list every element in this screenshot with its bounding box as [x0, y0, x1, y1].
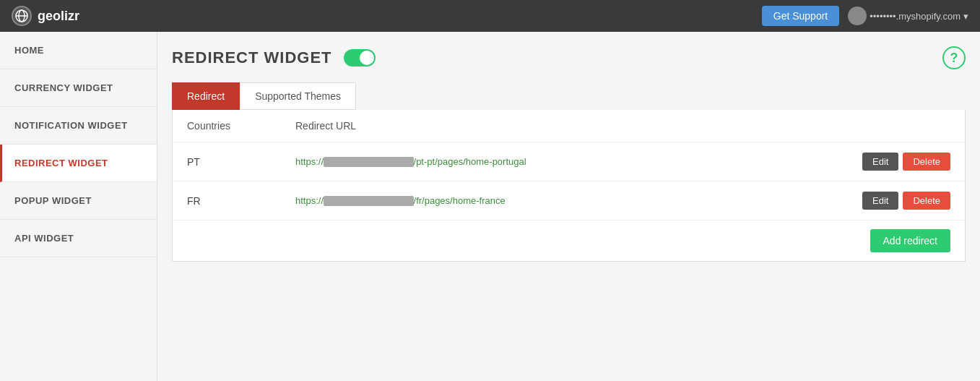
column-redirect-url: Redirect URL [295, 120, 950, 132]
page-title: REDIRECT WIDGET [172, 48, 332, 67]
sidebar-item-label: REDIRECT WIDGET [14, 158, 108, 168]
redirect-table-card: Countries Redirect URL PT https://••••••… [172, 110, 966, 262]
table-header-row: Countries Redirect URL [173, 110, 965, 142]
tabs: Redirect Supported Themes [172, 82, 966, 110]
chevron-down-icon: ▾ [963, 11, 968, 22]
get-support-button[interactable]: Get Support [762, 6, 840, 26]
sidebar-item-label: CURRENCY WIDGET [14, 82, 113, 93]
logo-text: geolizr [38, 9, 79, 24]
edit-button-fr[interactable]: Edit [862, 192, 898, 210]
page-title-row: REDIRECT WIDGET [172, 48, 376, 67]
logo-icon [12, 6, 32, 26]
table-row: PT https://••••••••••.myshopify.com/pt-p… [173, 142, 965, 181]
column-countries: Countries [187, 120, 295, 132]
add-redirect-button[interactable]: Add redirect [870, 229, 950, 252]
url-suffix-fr: /fr/pages/home-france [414, 195, 506, 206]
url-blurred-pt: ••••••••••.myshopify.com [324, 157, 413, 167]
page-header: REDIRECT WIDGET ? [172, 46, 966, 69]
url-prefix-fr: https:// [295, 195, 324, 206]
redirect-url-pt: https://••••••••••.myshopify.com/pt-pt/p… [295, 156, 862, 167]
user-account-menu[interactable]: ••••••••.myshopify.com ▾ [848, 7, 968, 25]
sidebar-item-label: API WIDGET [14, 233, 74, 244]
sidebar-item-api-widget[interactable]: API WIDGET [0, 220, 157, 257]
sidebar-item-redirect-widget[interactable]: REDIRECT WIDGET [0, 145, 157, 182]
delete-button-pt[interactable]: Delete [903, 153, 950, 171]
sidebar: HOME CURRENCY WIDGET NOTIFICATION WIDGET… [0, 32, 157, 381]
sidebar-item-home[interactable]: HOME [0, 32, 157, 69]
row-actions-fr: Edit Delete [862, 192, 950, 210]
sidebar-item-label: POPUP WIDGET [14, 195, 92, 206]
user-avatar [848, 7, 867, 25]
tab-redirect[interactable]: Redirect [172, 82, 240, 110]
toggle-knob [360, 51, 374, 65]
row-actions-pt: Edit Delete [862, 153, 950, 171]
url-prefix-pt: https:// [295, 156, 324, 167]
redirect-widget-toggle[interactable] [344, 49, 376, 67]
sidebar-item-label: HOME [14, 45, 44, 56]
url-suffix-pt: /pt-pt/pages/home-portugal [414, 156, 526, 167]
table-row: FR https://••••••••••.myshopify.com/fr/p… [173, 181, 965, 221]
sidebar-item-label: NOTIFICATION WIDGET [14, 120, 128, 131]
help-icon[interactable]: ? [942, 46, 966, 69]
sidebar-item-notification-widget[interactable]: NOTIFICATION WIDGET [0, 107, 157, 145]
content-area: REDIRECT WIDGET ? Redirect Supported The… [157, 32, 980, 381]
sidebar-item-popup-widget[interactable]: POPUP WIDGET [0, 182, 157, 220]
header-right: Get Support ••••••••.myshopify.com ▾ [762, 6, 968, 26]
country-code-fr: FR [187, 195, 295, 207]
header: geolizr Get Support ••••••••.myshopify.c… [0, 0, 980, 32]
redirect-url-fr: https://••••••••••.myshopify.com/fr/page… [295, 195, 862, 206]
sidebar-item-currency-widget[interactable]: CURRENCY WIDGET [0, 69, 157, 107]
delete-button-fr[interactable]: Delete [903, 192, 950, 210]
country-code-pt: PT [187, 156, 295, 168]
user-account-text: ••••••••.myshopify.com [870, 11, 961, 22]
tab-supported-themes-label: Supported Themes [255, 90, 341, 102]
edit-button-pt[interactable]: Edit [862, 153, 898, 171]
logo: geolizr [12, 6, 79, 26]
tab-supported-themes[interactable]: Supported Themes [240, 82, 356, 110]
tab-redirect-label: Redirect [187, 90, 225, 102]
main-layout: HOME CURRENCY WIDGET NOTIFICATION WIDGET… [0, 32, 980, 381]
url-blurred-fr: ••••••••••.myshopify.com [324, 196, 413, 206]
table-footer: Add redirect [173, 221, 965, 261]
